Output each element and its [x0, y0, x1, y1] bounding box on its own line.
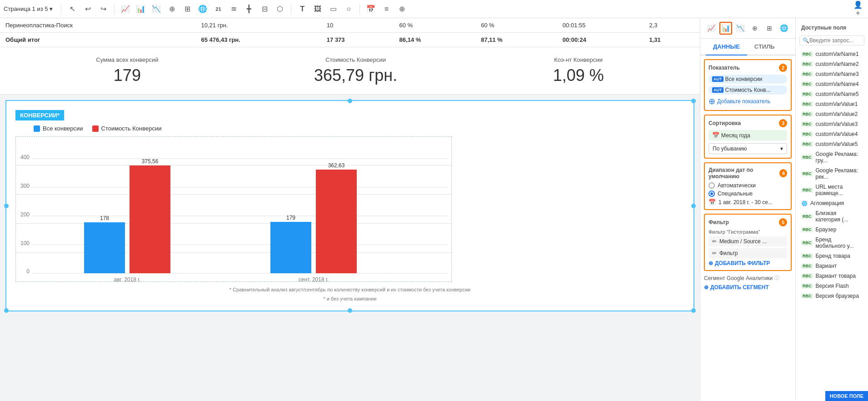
- resize-handle-bottom[interactable]: [348, 308, 352, 313]
- field-item[interactable]: RBCGoogle Реклама: рек...: [796, 165, 868, 182]
- rbc-badge: RBC: [801, 171, 813, 176]
- field-item[interactable]: RBCcustomVarValue5: [796, 139, 868, 149]
- data-source-btn[interactable]: ⊕: [395, 3, 408, 15]
- resize-handle-bottom-left[interactable]: [4, 308, 9, 313]
- chevron-down-icon[interactable]: ▾: [50, 5, 53, 12]
- sort-chip[interactable]: 📅 Месяц года: [708, 130, 787, 140]
- field-label: Версия Flash: [816, 283, 849, 289]
- chart-footnote-2: * и без учета кампании: [15, 296, 684, 301]
- sort-dropdown-chevron: ▾: [780, 145, 783, 152]
- chart-container[interactable]: КОНВЕРСИИ* Все конверсии Стоимость Конве…: [5, 100, 694, 311]
- field-item[interactable]: RBCБренд мобильного у...: [796, 235, 868, 251]
- metric-chip-1[interactable]: AUT Все конверсии: [708, 75, 787, 84]
- add-filter-btn[interactable]: ⊕ ДОБАВИТЬ ФИЛЬТР: [708, 260, 787, 266]
- cursor-tool-btn[interactable]: ↖: [66, 3, 79, 15]
- resize-handle-right[interactable]: [691, 204, 696, 208]
- row-name: Перинеопластика-Поиск: [0, 18, 196, 33]
- scorecard-type-btn[interactable]: 21: [792, 22, 795, 35]
- field-item[interactable]: RBCБлизкая категория (...: [796, 208, 868, 225]
- date-value-row: 📅 1 авг. 2018 г. - 30 се...: [708, 199, 787, 206]
- filter-btn[interactable]: ≋: [227, 3, 240, 15]
- field-item[interactable]: RBCcustomVarValue1: [796, 99, 868, 109]
- add-segment-btn[interactable]: ⊕ ДОБАВИТЬ СЕГМЕНТ: [704, 284, 792, 291]
- area-chart-btn[interactable]: 📉: [150, 3, 163, 15]
- bar-chart-type-btn[interactable]: 📊: [719, 22, 732, 35]
- field-item[interactable]: RBCБренд товара: [796, 251, 868, 261]
- chart-footnote-1: * Сравнительный анализ август/сентябрь п…: [15, 287, 684, 292]
- field-item[interactable]: RBCВерсия браузера: [796, 291, 868, 301]
- field-item[interactable]: RBCcustomVarName1: [796, 49, 868, 59]
- date-option-special[interactable]: Специальные: [708, 190, 787, 197]
- field-item[interactable]: RBCGoogle Реклама: гру...: [796, 149, 868, 165]
- circle-btn[interactable]: ○: [342, 3, 355, 15]
- radio-special[interactable]: [708, 190, 715, 197]
- metric-section-header: Показатель 2: [708, 64, 787, 72]
- undo-btn[interactable]: ↩: [81, 3, 94, 15]
- scorecard-btn[interactable]: 21: [212, 3, 224, 15]
- combo-btn[interactable]: ╋: [243, 3, 255, 15]
- field-item[interactable]: RBCВариант: [796, 261, 868, 271]
- sort-section: Сортировка 3 📅 Месяц года По убыванию ▾: [704, 115, 792, 159]
- pie-chart-type-btn[interactable]: ⊕: [748, 22, 761, 35]
- field-label: customVarName5: [816, 91, 859, 97]
- field-item[interactable]: RBCВерсия Flash: [796, 281, 868, 291]
- field-item[interactable]: 🌐Агломерация: [796, 198, 868, 208]
- field-label: URL места размеще...: [816, 184, 863, 196]
- add-user-btn[interactable]: 👤+: [852, 3, 864, 15]
- tab-data[interactable]: ДАННЫЕ: [706, 39, 747, 55]
- date-option-auto[interactable]: Автоматически: [708, 182, 787, 189]
- sort-section-header: Сортировка 3: [708, 119, 787, 127]
- field-item[interactable]: RBCcustomVarName3: [796, 69, 868, 79]
- redo-btn[interactable]: ↪: [97, 3, 110, 15]
- control-btn[interactable]: ≡: [380, 3, 393, 15]
- field-item[interactable]: RBCURL места размеще...: [796, 182, 868, 198]
- pie-chart-btn[interactable]: ⊕: [165, 3, 178, 15]
- field-item[interactable]: RBCcustomVarName4: [796, 79, 868, 89]
- metric-chip-2[interactable]: AUT Стоимость Конв...: [708, 85, 787, 95]
- rbc-badge: RBC: [801, 240, 813, 246]
- legend-item-conversions: Все конверсии: [34, 125, 83, 132]
- filter-item-1[interactable]: ✏ Medium / Source ...: [708, 236, 787, 246]
- field-item[interactable]: RBCcustomVarValue3: [796, 119, 868, 129]
- scatter-btn[interactable]: ⬡: [274, 3, 286, 15]
- info-icon: ⓘ: [774, 275, 779, 281]
- field-item[interactable]: RBCВариант товара: [796, 271, 868, 281]
- sort-number: 3: [779, 119, 787, 127]
- map-btn[interactable]: 🌐: [196, 3, 209, 15]
- bar-sep-red: [316, 170, 357, 273]
- image-btn[interactable]: 🖼: [311, 3, 324, 15]
- text-btn[interactable]: T: [296, 3, 309, 15]
- filter-item-2[interactable]: ✏ Фильтр: [708, 248, 787, 258]
- add-metric-btn[interactable]: ⊕ Добавьте показатель: [708, 96, 787, 106]
- rbc-badge: RBC: [801, 101, 813, 107]
- resize-handle-top[interactable]: [348, 99, 352, 103]
- bar-chart-btn[interactable]: 📊: [135, 3, 147, 15]
- resize-handle-top-right[interactable]: [691, 99, 696, 103]
- table-type-btn[interactable]: ⊞: [763, 22, 776, 35]
- line-chart-type-btn[interactable]: 📈: [705, 22, 718, 35]
- resize-handle-bottom-right[interactable]: [691, 308, 696, 313]
- chart-svg-container: 0 100 200 300 400 178: [15, 136, 684, 283]
- field-item[interactable]: RBCcustomVarValue4: [796, 129, 868, 139]
- map-type-btn[interactable]: 🌐: [778, 22, 790, 35]
- radio-auto[interactable]: [708, 182, 715, 189]
- area-chart-type-btn[interactable]: 📉: [734, 22, 747, 35]
- bullet-btn[interactable]: ⊟: [258, 3, 271, 15]
- fields-search[interactable]: 🔍: [799, 35, 864, 45]
- calendar-btn[interactable]: 📅: [364, 3, 377, 15]
- new-field-btn[interactable]: НОВОЕ ПОЛЕ: [825, 391, 868, 401]
- tab-style[interactable]: СТИЛЬ: [747, 39, 782, 55]
- line-chart-btn[interactable]: 📈: [119, 3, 132, 15]
- sort-dropdown[interactable]: По убыванию ▾: [708, 143, 787, 154]
- search-input[interactable]: [809, 37, 861, 44]
- aut-badge-2: AUT: [712, 87, 723, 93]
- field-item[interactable]: RBCcustomVarName2: [796, 59, 868, 69]
- rect-btn[interactable]: ▭: [327, 3, 339, 15]
- rbc-badge: RBC: [801, 121, 813, 127]
- field-item[interactable]: RBCcustomVarValue2: [796, 109, 868, 119]
- kpi-cost-value: 365,79 грн.: [314, 66, 397, 85]
- resize-handle-left[interactable]: [4, 204, 9, 208]
- table-btn[interactable]: ⊞: [181, 3, 194, 15]
- field-item[interactable]: RBCcustomVarName5: [796, 89, 868, 99]
- field-item[interactable]: RBCБраузер: [796, 225, 868, 235]
